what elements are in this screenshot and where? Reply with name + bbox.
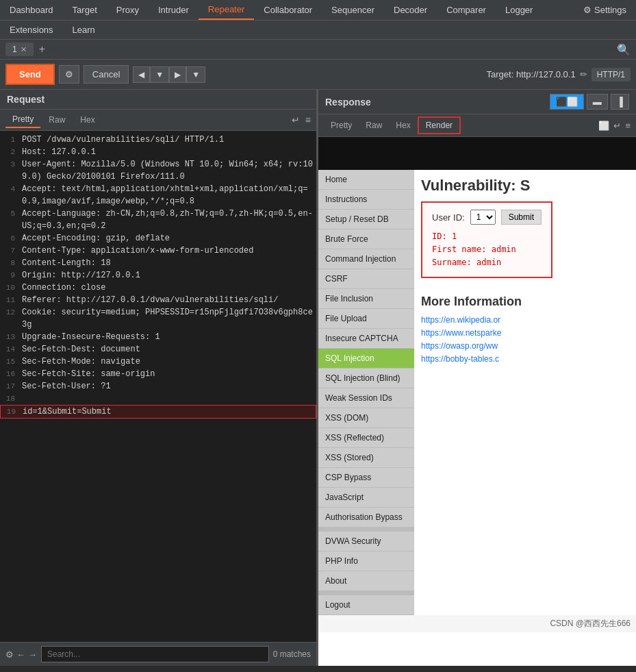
nav-item-xss-(dom)[interactable]: XSS (DOM) [318, 408, 414, 428]
line-content: Content-Length: 18 [19, 257, 316, 269]
view-right-icon[interactable]: ▐ [611, 94, 629, 110]
menu-repeater[interactable]: Repeater [199, 0, 254, 20]
repeater-tab-1[interactable]: 1 ✕ [5, 42, 34, 56]
nav-item-file-inclusion[interactable]: File Inclusion [318, 289, 414, 309]
nav-item-logout[interactable]: Logout [318, 595, 414, 615]
code-line: 12Cookie: security=medium; PHPSESSID=r15… [0, 306, 316, 331]
menu-comparer[interactable]: Comparer [437, 1, 496, 19]
line-content [19, 393, 316, 405]
resp-tab-hex[interactable]: Hex [389, 118, 417, 133]
tab-raw[interactable]: Raw [42, 112, 72, 127]
rendered-content: HomeInstructionsSetup / Reset DBBrute Fo… [318, 170, 636, 666]
forward-icon[interactable]: → [28, 649, 37, 660]
menu-dashboard[interactable]: Dashboard [0, 1, 63, 19]
view-top-icon[interactable]: ▬ [587, 94, 608, 110]
menu-collaborator[interactable]: Collaborator [254, 1, 322, 19]
result-id: ID: 1 [432, 230, 542, 243]
code-line: 5Accept-Language: zh-CN,zh;q=0.8,zh-TW;q… [0, 208, 316, 232]
line-number: 18 [0, 393, 19, 405]
wrap-icon[interactable]: ↵ [292, 114, 300, 125]
nav-item-xss-(reflected)[interactable]: XSS (Reflected) [318, 428, 414, 448]
code-line: 11Referer: http://127.0.0.1/dvwa/vulnera… [0, 294, 316, 306]
submit-button[interactable]: Submit [501, 210, 542, 225]
line-number: 16 [0, 368, 19, 380]
nav-back-button[interactable]: ◀ [133, 66, 150, 83]
nav-item-brute-force[interactable]: Brute Force [318, 229, 414, 249]
menu-learn[interactable]: Learn [63, 21, 105, 39]
search-input[interactable] [41, 646, 269, 662]
code-line: 15Sec-Fetch-Mode: navigate [0, 356, 316, 368]
line-content: Sec-Fetch-Dest: document [19, 343, 316, 356]
line-number: 11 [0, 294, 19, 306]
tab-close-icon[interactable]: ✕ [21, 45, 27, 54]
menu-icon[interactable]: ≡ [305, 114, 311, 125]
resp-tab-render[interactable]: Render [418, 116, 461, 134]
code-line: 3User-Agent: Mozilla/5.0 (Windows NT 10.… [0, 158, 316, 183]
nav-down-button[interactable]: ▼ [150, 66, 169, 83]
settings-button[interactable]: ⚙ [59, 65, 79, 84]
menu-logger[interactable]: Logger [496, 1, 542, 19]
nav-item-php-info[interactable]: PHP Info [318, 551, 414, 571]
menu-intruder[interactable]: Intruder [149, 1, 199, 19]
nav-item-insecure-captcha[interactable]: Insecure CAPTCHA [318, 329, 414, 349]
resp-nl-icon[interactable]: ↵ [613, 121, 621, 131]
more-info-link[interactable]: https://owasp.org/ww [421, 341, 498, 351]
line-content: User-Agent: Mozilla/5.0 (Windows NT 10.0… [19, 158, 316, 183]
line-number: 1 [0, 134, 19, 146]
nav-item-sql-injection[interactable]: SQL Injection [318, 349, 414, 369]
user-id-select[interactable]: 1 2 3 [470, 210, 496, 225]
menu-target[interactable]: Target [63, 1, 107, 19]
resp-menu-icon[interactable]: ≡ [625, 121, 631, 131]
line-content: Origin: http://127.0.0.1 [19, 269, 316, 282]
dvwa-nav: HomeInstructionsSetup / Reset DBBrute Fo… [318, 170, 414, 615]
more-info-link-item: https://www.netsparke [421, 326, 629, 339]
line-number: 13 [0, 331, 19, 343]
send-button[interactable]: Send [5, 64, 55, 85]
user-id-label: User ID: [432, 212, 465, 223]
nav-item-weak-session-ids[interactable]: Weak Session IDs [318, 388, 414, 408]
nav-item-setup-/-reset-db[interactable]: Setup / Reset DB [318, 210, 414, 229]
line-number: 12 [0, 306, 19, 331]
nav-item-csp-bypass[interactable]: CSP Bypass [318, 468, 414, 488]
back-icon[interactable]: ← [16, 649, 25, 660]
nav-item-sql-injection-(blind)[interactable]: SQL Injection (Blind) [318, 369, 414, 388]
result-firstname: First name: admin [432, 243, 542, 256]
nav-item-xss-(stored)[interactable]: XSS (Stored) [318, 448, 414, 468]
edit-target-icon[interactable]: ✏ [580, 69, 587, 79]
resp-tab-raw[interactable]: Raw [359, 118, 389, 133]
more-info-link[interactable]: https://www.netsparke [421, 328, 501, 338]
line-content: Referer: http://127.0.0.1/dvwa/vulnerabi… [19, 294, 316, 306]
cancel-button[interactable]: Cancel [84, 65, 129, 84]
nav-item-home[interactable]: Home [318, 170, 414, 190]
resp-wrap-icon[interactable]: ⬜ [598, 121, 609, 131]
tab-hex[interactable]: Hex [73, 112, 101, 127]
menu-proxy[interactable]: Proxy [107, 1, 149, 19]
tab-add-button[interactable]: + [36, 43, 48, 55]
menu-settings[interactable]: ⚙ Settings [574, 1, 636, 19]
tab-search-icon[interactable]: 🔍 [617, 43, 631, 56]
view-split-icon[interactable]: ⬛⬜ [550, 94, 584, 110]
settings-icon[interactable]: ⚙ [5, 649, 14, 660]
nav-down2-button[interactable]: ▼ [186, 66, 205, 83]
more-info-link[interactable]: https://en.wikipedia.or [421, 315, 500, 325]
menu-decoder[interactable]: Decoder [384, 1, 437, 19]
resp-tab-pretty[interactable]: Pretty [324, 118, 359, 133]
nav-item-javascript[interactable]: JavaScript [318, 488, 414, 508]
request-tabs: Pretty Raw Hex ↵ ≡ [0, 110, 316, 131]
more-info-link[interactable]: https://bobby-tables.c [421, 354, 499, 364]
main-split: Request Pretty Raw Hex ↵ ≡ 1POST /dvwa/v… [0, 90, 636, 666]
menu-sequencer[interactable]: Sequencer [322, 1, 384, 19]
nav-item-file-upload[interactable]: File Upload [318, 309, 414, 329]
nav-item-about[interactable]: About [318, 571, 414, 591]
render-area: HomeInstructionsSetup / Reset DBBrute Fo… [318, 137, 636, 666]
nav-forward-button[interactable]: ▶ [169, 66, 186, 83]
line-number: 17 [0, 380, 19, 393]
nav-item-dvwa-security[interactable]: DVWA Security [318, 532, 414, 551]
tab-pretty[interactable]: Pretty [5, 112, 40, 128]
nav-item-csrf[interactable]: CSRF [318, 269, 414, 289]
nav-item-command-injection[interactable]: Command Injection [318, 249, 414, 269]
request-code-area[interactable]: 1POST /dvwa/vulnerabilities/sqli/ HTTP/1… [0, 131, 316, 642]
menu-extensions[interactable]: Extensions [0, 21, 63, 39]
nav-item-instructions[interactable]: Instructions [318, 190, 414, 210]
nav-item-authorisation-bypass[interactable]: Authorisation Bypass [318, 508, 414, 527]
